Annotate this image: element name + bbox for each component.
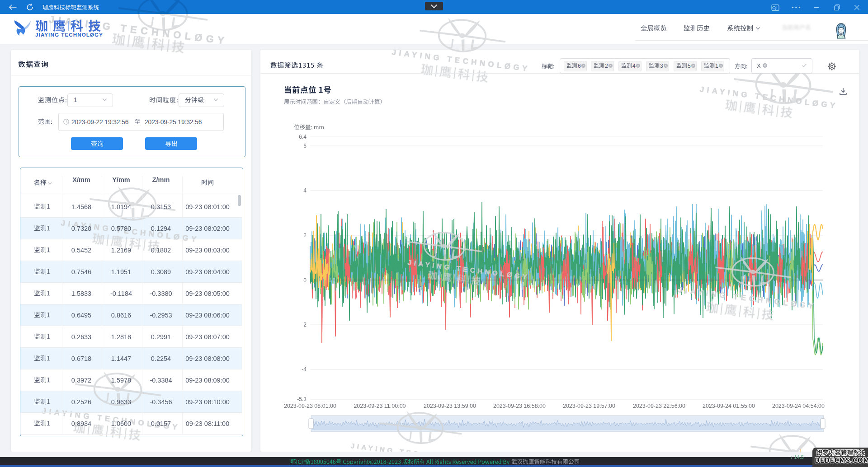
svg-text:4: 4 <box>303 187 307 194</box>
svg-text:2023-09-23 16:58:00: 2023-09-23 16:58:00 <box>493 403 546 409</box>
svg-text:2023-09-23 22:56:00: 2023-09-23 22:56:00 <box>633 403 685 409</box>
svg-text:0: 0 <box>303 277 307 284</box>
svg-text:-4: -4 <box>302 366 307 373</box>
svg-text:2023-09-23 19:57:00: 2023-09-23 19:57:00 <box>563 403 615 409</box>
svg-text:2023-09-23 08:01:00: 2023-09-23 08:01:00 <box>284 403 336 409</box>
svg-text:2023-09-24 01:55:00: 2023-09-24 01:55:00 <box>703 403 755 409</box>
svg-text:2023-09-24 04:54:00: 2023-09-24 04:54:00 <box>772 403 825 409</box>
svg-text:-5.3: -5.3 <box>297 396 307 402</box>
svg-text:6.4: 6.4 <box>299 134 307 140</box>
svg-text:2: 2 <box>303 232 307 238</box>
svg-text:-2: -2 <box>302 322 307 328</box>
svg-text:6: 6 <box>303 143 307 149</box>
